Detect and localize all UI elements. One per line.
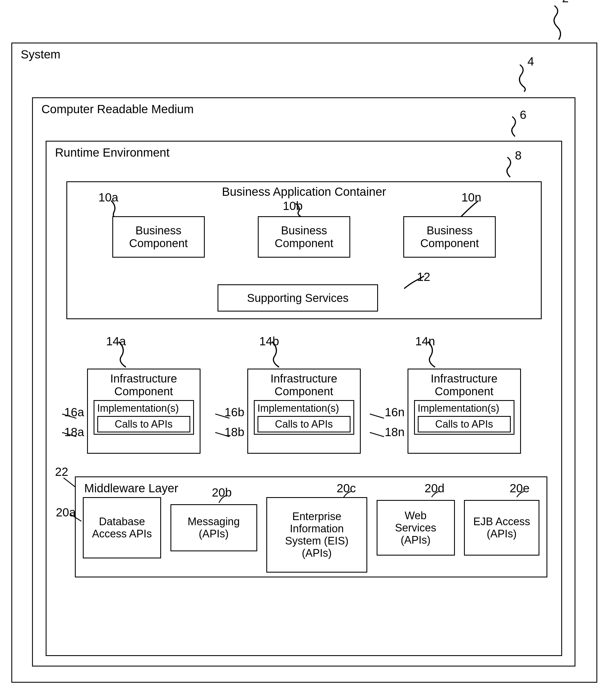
ref-system: 2 (562, 0, 568, 5)
svg-line-3 (215, 433, 229, 437)
ref-runtime: 6 (520, 108, 526, 122)
impl-a: Implementation(s) (97, 402, 190, 414)
svg-line-1 (62, 433, 76, 437)
mw-a-box: Database Access APIs (83, 497, 161, 559)
calls-a: Calls to APIs (97, 416, 190, 433)
calls-b: Calls to APIs (257, 416, 350, 433)
ref-container: 8 (515, 149, 522, 162)
runtime-title: Runtime Environment (49, 143, 175, 162)
mw-e-box: EJB Access (APIs) (464, 500, 539, 555)
bc-n-box: Business Component (403, 216, 496, 258)
bc-a-box: Business Component (112, 216, 205, 258)
bc-b-box: Business Component (258, 216, 350, 258)
ref-impl-n: 16n (385, 405, 405, 419)
impl-b: Implementation(s) (257, 402, 350, 414)
svg-line-5 (370, 433, 384, 437)
ic-a-box: Infrastructure Component Implementation(… (87, 368, 201, 454)
medium-title: Computer Readable Medium (36, 100, 200, 119)
ref-calls-n: 18n (385, 425, 405, 439)
medium-box: Computer Readable Medium 6 Runtime Envir… (32, 97, 575, 666)
ic-n-box: Infrastructure Component Implementation(… (408, 368, 521, 454)
middleware-box: Middleware Layer 20a 20b 20c 20d 20e Dat… (75, 476, 547, 577)
supporting-box: Supporting Services (218, 284, 378, 312)
svg-line-4 (370, 414, 384, 418)
system-title: System (15, 45, 66, 64)
mw-b-box: Messaging (APIs) (170, 504, 257, 551)
mw-d-box: Web Services (APIs) (376, 500, 455, 555)
container-box: Business Application Container 10a 10b (66, 181, 542, 319)
svg-line-0 (62, 414, 76, 418)
system-box: System 4 Computer Readable Medium 6 Runt… (11, 42, 597, 683)
svg-line-2 (215, 414, 229, 418)
ic-b-box: Infrastructure Component Implementation(… (247, 368, 361, 454)
mw-c-box: Enterprise Information System (EIS) (API… (266, 497, 367, 573)
ref-medium: 4 (527, 55, 534, 68)
svg-line-6 (64, 478, 76, 488)
runtime-box: Runtime Environment 8 Business Applicati… (46, 141, 562, 656)
middleware-title: Middleware Layer (79, 479, 184, 498)
calls-n: Calls to APIs (418, 416, 511, 433)
impl-n: Implementation(s) (418, 402, 511, 414)
